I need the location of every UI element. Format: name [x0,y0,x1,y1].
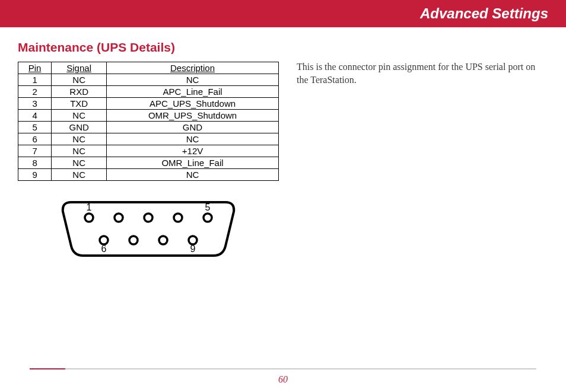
svg-point-0 [85,213,93,222]
description-text: This is the connector pin assignment for… [297,60,548,87]
table-cell: TXD [52,98,107,110]
svg-point-5 [100,236,108,244]
svg-point-7 [159,236,167,244]
svg-point-6 [129,236,138,244]
table-header-cell: Description [107,62,279,74]
content-area: Maintenance (UPS Details) PinSignalDescr… [0,27,566,262]
table-cell: NC [52,74,107,86]
table-cell: 5 [18,122,52,133]
page-number: 60 [0,374,566,385]
table-header-row: PinSignalDescription [18,62,279,74]
table-cell: 1 [18,74,52,86]
table-cell: NC [52,169,107,181]
pin-assignment-table: PinSignalDescription1NCNC2RXDAPC_Line_Fa… [18,62,279,181]
table-cell: NC [52,157,107,169]
table-cell: NC [107,74,279,86]
table-row: 9NCNC [18,169,279,181]
footer-divider-accent [30,368,65,369]
table-cell: NC [52,145,107,157]
svg-point-3 [174,213,182,222]
left-column: PinSignalDescription1NCNC2RXDAPC_Line_Fa… [18,60,279,262]
table-cell: GND [52,122,107,133]
table-cell: NC [52,110,107,122]
header-band: Advanced Settings [0,0,566,27]
svg-point-2 [144,213,152,222]
svg-point-8 [189,236,197,244]
page-title: Advanced Settings [420,5,548,22]
content-row: PinSignalDescription1NCNC2RXDAPC_Line_Fa… [18,60,548,262]
table-cell: APC_Line_Fail [107,86,279,98]
pin-label-5: 5 [205,202,211,212]
table-row: 5GNDGND [18,122,279,133]
svg-point-1 [115,213,123,222]
table-row: 6NCNC [18,133,279,145]
pin-label-1: 1 [87,202,92,212]
pin-label-9: 9 [190,244,196,254]
table-cell: +12V [107,145,279,157]
table-row: 4NCOMR_UPS_Shutdown [18,110,279,122]
table-cell: NC [107,169,279,181]
table-cell: GND [107,122,279,133]
table-cell: 8 [18,157,52,169]
table-cell: RXD [52,86,107,98]
table-cell: APC_UPS_Shutdown [107,98,279,110]
table-row: 3TXDAPC_UPS_Shutdown [18,98,279,110]
footer-divider-gray [65,368,536,369]
table-header-cell: Signal [52,62,107,74]
table-cell: OMR_UPS_Shutdown [107,110,279,122]
table-cell: 9 [18,169,52,181]
footer-divider [30,368,536,369]
table-cell: 3 [18,98,52,110]
connector-diagram-wrap: 1 5 6 9 [18,196,279,262]
table-cell: 4 [18,110,52,122]
table-cell: NC [52,133,107,145]
table-header-cell: Pin [18,62,52,74]
table-cell: 7 [18,145,52,157]
table-row: 7NC+12V [18,145,279,157]
svg-point-4 [203,213,212,222]
table-cell: OMR_Line_Fail [107,157,279,169]
pin-label-6: 6 [101,244,107,254]
db9-connector-icon: 1 5 6 9 [59,196,237,262]
table-cell: NC [107,133,279,145]
table-row: 1NCNC [18,74,279,86]
table-cell: 6 [18,133,52,145]
table-row: 8NCOMR_Line_Fail [18,157,279,169]
section-heading: Maintenance (UPS Details) [18,40,548,55]
table-cell: 2 [18,86,52,98]
table-row: 2RXDAPC_Line_Fail [18,86,279,98]
